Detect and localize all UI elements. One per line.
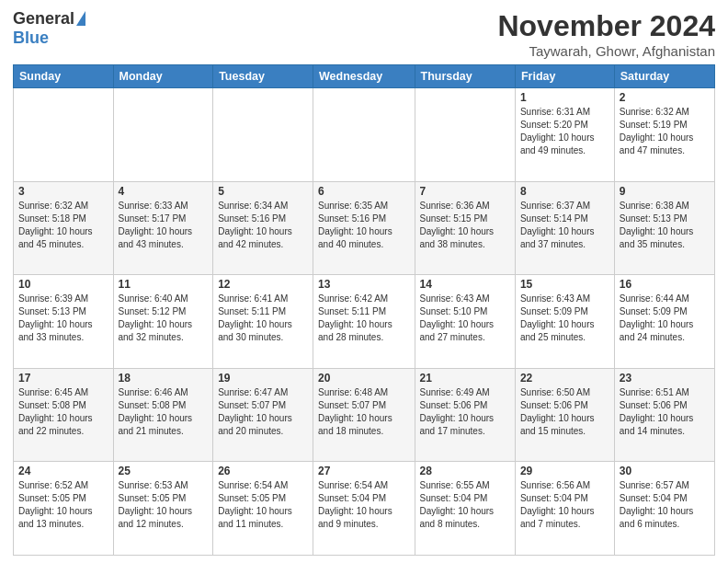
day-cell: 4Sunrise: 6:33 AM Sunset: 5:17 PM Daylig… — [113, 181, 213, 275]
column-header-sunday: Sunday — [14, 65, 114, 88]
day-number: 1 — [520, 91, 609, 104]
day-info: Sunrise: 6:48 AM Sunset: 5:07 PM Dayligh… — [318, 387, 392, 436]
day-cell: 27Sunrise: 6:54 AM Sunset: 5:04 PM Dayli… — [313, 462, 415, 556]
day-cell: 20Sunrise: 6:48 AM Sunset: 5:07 PM Dayli… — [313, 368, 415, 462]
day-cell: 28Sunrise: 6:55 AM Sunset: 5:04 PM Dayli… — [415, 462, 515, 556]
day-info: Sunrise: 6:44 AM Sunset: 5:09 PM Dayligh… — [620, 293, 694, 342]
day-cell: 15Sunrise: 6:43 AM Sunset: 5:09 PM Dayli… — [515, 275, 614, 369]
day-info: Sunrise: 6:34 AM Sunset: 5:16 PM Dayligh… — [218, 201, 292, 249]
calendar-header-row: SundayMondayTuesdayWednesdayThursdayFrid… — [14, 65, 715, 88]
day-info: Sunrise: 6:43 AM Sunset: 5:09 PM Dayligh… — [520, 293, 595, 342]
day-cell — [113, 88, 213, 182]
day-number: 23 — [620, 372, 710, 385]
logo-area: General Blue — [13, 9, 85, 48]
day-number: 28 — [420, 465, 510, 477]
week-row-3: 10Sunrise: 6:39 AM Sunset: 5:13 PM Dayli… — [14, 275, 715, 369]
day-info: Sunrise: 6:57 AM Sunset: 5:04 PM Dayligh… — [620, 480, 694, 529]
day-info: Sunrise: 6:39 AM Sunset: 5:13 PM Dayligh… — [18, 293, 93, 342]
day-cell — [313, 88, 415, 182]
day-info: Sunrise: 6:51 AM Sunset: 5:06 PM Dayligh… — [620, 387, 694, 436]
day-number: 29 — [520, 465, 609, 477]
day-cell: 24Sunrise: 6:52 AM Sunset: 5:05 PM Dayli… — [14, 462, 114, 556]
calendar: SundayMondayTuesdayWednesdayThursdayFrid… — [13, 64, 715, 556]
day-number: 17 — [18, 372, 108, 385]
day-info: Sunrise: 6:43 AM Sunset: 5:10 PM Dayligh… — [420, 293, 495, 342]
day-number: 7 — [420, 185, 510, 198]
logo-general-text: General — [13, 9, 74, 29]
title-area: November 2024 Taywarah, Ghowr, Afghanist… — [497, 9, 715, 59]
column-header-tuesday: Tuesday — [213, 65, 313, 88]
day-number: 25 — [119, 465, 209, 477]
day-info: Sunrise: 6:54 AM Sunset: 5:04 PM Dayligh… — [318, 480, 392, 529]
day-info: Sunrise: 6:53 AM Sunset: 5:05 PM Dayligh… — [119, 480, 193, 529]
day-cell: 18Sunrise: 6:46 AM Sunset: 5:08 PM Dayli… — [113, 368, 213, 462]
day-cell: 23Sunrise: 6:51 AM Sunset: 5:06 PM Dayli… — [614, 368, 714, 462]
column-header-thursday: Thursday — [415, 65, 515, 88]
day-cell: 21Sunrise: 6:49 AM Sunset: 5:06 PM Dayli… — [415, 368, 515, 462]
column-header-saturday: Saturday — [614, 65, 714, 88]
day-number: 5 — [218, 185, 308, 198]
day-cell: 12Sunrise: 6:41 AM Sunset: 5:11 PM Dayli… — [213, 275, 313, 369]
day-cell: 9Sunrise: 6:38 AM Sunset: 5:13 PM Daylig… — [614, 181, 714, 275]
column-header-monday: Monday — [113, 65, 213, 88]
day-info: Sunrise: 6:38 AM Sunset: 5:13 PM Dayligh… — [620, 201, 694, 249]
day-info: Sunrise: 6:45 AM Sunset: 5:08 PM Dayligh… — [18, 387, 93, 436]
day-info: Sunrise: 6:31 AM Sunset: 5:20 PM Dayligh… — [520, 107, 595, 155]
day-number: 3 — [18, 185, 108, 198]
day-cell: 17Sunrise: 6:45 AM Sunset: 5:08 PM Dayli… — [14, 368, 114, 462]
column-header-friday: Friday — [515, 65, 614, 88]
day-number: 2 — [620, 91, 710, 104]
day-number: 27 — [318, 465, 409, 477]
week-row-4: 17Sunrise: 6:45 AM Sunset: 5:08 PM Dayli… — [14, 368, 715, 462]
day-info: Sunrise: 6:41 AM Sunset: 5:11 PM Dayligh… — [218, 293, 292, 342]
day-number: 15 — [520, 278, 609, 291]
column-header-wednesday: Wednesday — [313, 65, 415, 88]
day-cell: 2Sunrise: 6:32 AM Sunset: 5:19 PM Daylig… — [614, 88, 714, 182]
logo-triangle-icon — [76, 11, 85, 26]
day-info: Sunrise: 6:50 AM Sunset: 5:06 PM Dayligh… — [520, 387, 595, 436]
day-info: Sunrise: 6:32 AM Sunset: 5:19 PM Dayligh… — [620, 107, 694, 155]
day-info: Sunrise: 6:32 AM Sunset: 5:18 PM Dayligh… — [18, 201, 93, 249]
day-number: 13 — [318, 278, 409, 291]
day-number: 18 — [119, 372, 209, 385]
day-cell: 30Sunrise: 6:57 AM Sunset: 5:04 PM Dayli… — [614, 462, 714, 556]
day-cell — [415, 88, 515, 182]
day-number: 6 — [318, 185, 409, 198]
day-number: 22 — [520, 372, 609, 385]
day-number: 4 — [119, 185, 209, 198]
day-info: Sunrise: 6:37 AM Sunset: 5:14 PM Dayligh… — [520, 201, 595, 249]
day-number: 20 — [318, 372, 409, 385]
day-cell: 8Sunrise: 6:37 AM Sunset: 5:14 PM Daylig… — [515, 181, 614, 275]
day-number: 26 — [218, 465, 308, 477]
day-cell: 1Sunrise: 6:31 AM Sunset: 5:20 PM Daylig… — [515, 88, 614, 182]
logo: General — [13, 9, 85, 29]
day-cell: 3Sunrise: 6:32 AM Sunset: 5:18 PM Daylig… — [14, 181, 114, 275]
logo-blue-text: Blue — [13, 29, 49, 48]
day-cell: 26Sunrise: 6:54 AM Sunset: 5:05 PM Dayli… — [213, 462, 313, 556]
day-info: Sunrise: 6:56 AM Sunset: 5:04 PM Dayligh… — [520, 480, 595, 529]
day-cell: 25Sunrise: 6:53 AM Sunset: 5:05 PM Dayli… — [113, 462, 213, 556]
day-number: 21 — [420, 372, 510, 385]
day-info: Sunrise: 6:36 AM Sunset: 5:15 PM Dayligh… — [420, 201, 495, 249]
day-number: 30 — [620, 465, 710, 477]
day-info: Sunrise: 6:46 AM Sunset: 5:08 PM Dayligh… — [119, 387, 193, 436]
day-cell: 22Sunrise: 6:50 AM Sunset: 5:06 PM Dayli… — [515, 368, 614, 462]
day-cell: 10Sunrise: 6:39 AM Sunset: 5:13 PM Dayli… — [14, 275, 114, 369]
day-number: 10 — [18, 278, 108, 291]
day-info: Sunrise: 6:40 AM Sunset: 5:12 PM Dayligh… — [119, 293, 193, 342]
day-number: 19 — [218, 372, 308, 385]
day-cell — [213, 88, 313, 182]
day-info: Sunrise: 6:49 AM Sunset: 5:06 PM Dayligh… — [420, 387, 495, 436]
day-number: 16 — [620, 278, 710, 291]
day-info: Sunrise: 6:35 AM Sunset: 5:16 PM Dayligh… — [318, 201, 392, 249]
week-row-5: 24Sunrise: 6:52 AM Sunset: 5:05 PM Dayli… — [14, 462, 715, 556]
day-cell: 16Sunrise: 6:44 AM Sunset: 5:09 PM Dayli… — [614, 275, 714, 369]
day-number: 12 — [218, 278, 308, 291]
header: General Blue November 2024 Taywarah, Gho… — [13, 9, 715, 59]
day-cell: 7Sunrise: 6:36 AM Sunset: 5:15 PM Daylig… — [415, 181, 515, 275]
day-cell: 19Sunrise: 6:47 AM Sunset: 5:07 PM Dayli… — [213, 368, 313, 462]
day-cell: 6Sunrise: 6:35 AM Sunset: 5:16 PM Daylig… — [313, 181, 415, 275]
day-cell: 11Sunrise: 6:40 AM Sunset: 5:12 PM Dayli… — [113, 275, 213, 369]
day-number: 24 — [18, 465, 108, 477]
week-row-2: 3Sunrise: 6:32 AM Sunset: 5:18 PM Daylig… — [14, 181, 715, 275]
